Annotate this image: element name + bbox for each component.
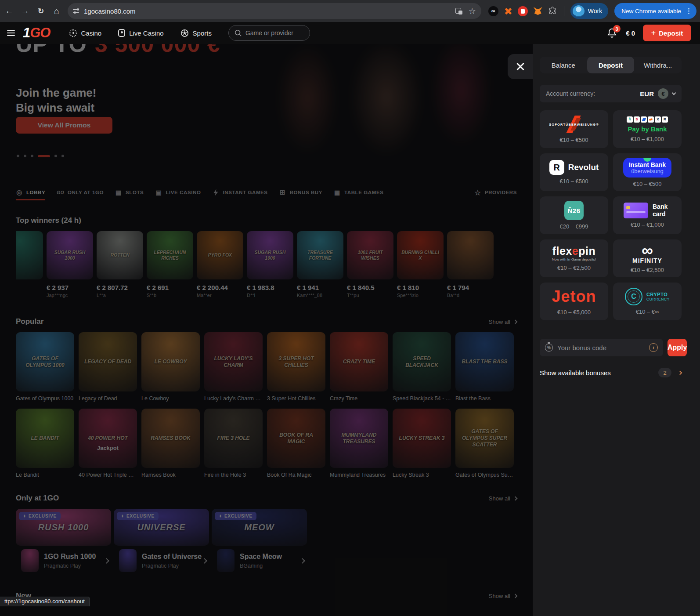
payment-method-n26[interactable]: N̄26 €20 – €999 — [540, 196, 608, 234]
tab-withdraw[interactable]: Withdra... — [634, 57, 682, 73]
crypto-logo-icon: C — [625, 288, 642, 305]
close-icon — [516, 62, 525, 71]
revolut-logo-icon: R — [549, 160, 564, 175]
plus-icon: + — [651, 29, 656, 38]
bonus-code-input[interactable]: % i — [540, 339, 663, 356]
translate-icon[interactable] — [455, 8, 462, 14]
extensions-puzzle-icon[interactable] — [548, 6, 558, 16]
extension-loop-icon[interactable]: ∞ — [488, 6, 498, 16]
bonus-code-field[interactable] — [557, 344, 645, 351]
chevron-right-icon — [678, 370, 682, 375]
url-text[interactable]: 1gocasino80.com — [84, 7, 455, 15]
profile-button[interactable]: Work — [570, 3, 608, 19]
site-logo[interactable]: 1GO — [23, 25, 50, 41]
browser-forward-icon[interactable] — [18, 4, 32, 18]
main-content: UP TO3 500 000 € Join the game! Big wins… — [0, 44, 533, 616]
site-settings-icon[interactable] — [73, 8, 79, 14]
currency-code: EUR — [640, 90, 654, 98]
search-icon — [234, 29, 242, 37]
profile-label: Work — [588, 7, 602, 14]
apply-button[interactable]: Apply — [668, 339, 687, 356]
tab-deposit[interactable]: Deposit — [587, 57, 635, 73]
close-panel-button[interactable] — [508, 54, 533, 79]
notification-count-badge: 3 — [613, 25, 621, 33]
sports-ball-icon — [180, 29, 189, 37]
toolbar-divider — [564, 6, 564, 16]
profile-avatar — [573, 5, 585, 17]
bank-logo-icon — [648, 116, 654, 123]
bank-card-icon — [624, 203, 648, 218]
bonus-count-badge: 2 — [658, 368, 671, 377]
show-available-bonuses[interactable]: Show available bonuses 2 — [540, 368, 682, 377]
extensions-row: ∞ — [488, 6, 558, 16]
browser-home-icon[interactable] — [50, 4, 63, 18]
bank-logo-icon — [641, 116, 647, 123]
game-search[interactable] — [228, 25, 310, 41]
payment-method-instant-bank[interactable]: Instant Bank überweisung €10 – €500 — [613, 153, 682, 191]
chrome-update-label: New Chrome available — [621, 8, 681, 14]
wallet-panel: Balance Deposit Withdra... Account curre… — [533, 44, 700, 616]
payment-methods-grid: SOFORTÜBERWEISUNG® €10 – €500 N̄ S X R P… — [540, 110, 682, 320]
payment-method-crypto[interactable]: C CRYPTOCURRENCY €10 – €∞ — [613, 283, 682, 320]
balance-amount[interactable]: € 0 — [626, 29, 635, 37]
address-bar[interactable]: 1gocasino80.com — [68, 3, 481, 19]
adblock-hand-icon[interactable] — [518, 6, 528, 16]
casino-chip-icon — [69, 29, 77, 37]
chrome-update-button[interactable]: New Chrome available — [614, 3, 696, 19]
browser-reload-icon[interactable] — [34, 4, 47, 18]
nav-item-casino[interactable]: Casino — [69, 29, 101, 37]
main-nav: Casino Live Casino Sports — [69, 29, 211, 37]
euro-icon: € — [658, 88, 668, 99]
payment-method-sofort[interactable]: SOFORTÜBERWEISUNG® €10 – €500 — [540, 110, 608, 148]
bonus-code-row: % i Apply — [540, 339, 682, 356]
search-input[interactable] — [245, 29, 298, 36]
nav-item-sports[interactable]: Sports — [180, 29, 212, 37]
site-header: 1GO Casino Live Casino Sports 3 € 0 + De… — [0, 22, 700, 44]
instant-bank-logo: Instant Bank überweisung — [623, 158, 671, 178]
infinity-icon: ∞ — [642, 243, 653, 257]
browser-back-icon[interactable] — [3, 4, 16, 18]
bookmark-star-icon[interactable] — [469, 6, 476, 16]
payment-method-mifinity[interactable]: ∞ MiFINITY €10 – €2,500 — [613, 239, 682, 277]
browser-menu-icon[interactable] — [686, 7, 692, 15]
bank-logos-icons: N̄ S X R — [627, 116, 668, 123]
account-currency-selector[interactable]: Account currency: EUR € — [540, 85, 682, 102]
wallet-tabs: Balance Deposit Withdra... — [540, 57, 682, 73]
chevron-down-icon — [672, 91, 676, 95]
live-casino-icon — [118, 29, 125, 37]
bonus-bag-icon: % — [545, 344, 553, 351]
notifications-button[interactable]: 3 — [606, 27, 618, 39]
metamask-fox-icon[interactable] — [534, 7, 542, 15]
payment-method-jeton[interactable]: Jeton €10 – €5,000 — [540, 283, 608, 320]
payment-method-bank-card[interactable]: Bank card €10 – €1,000 — [613, 196, 682, 234]
payment-method-flexepin[interactable]: flexepin Now with In-Game deposits! €10 … — [540, 239, 608, 277]
dim-overlay — [0, 44, 533, 616]
payment-method-revolut[interactable]: R Revolut €10 – €500 — [540, 153, 608, 191]
status-bar-link: ttps://1gocasino80.com/cashout — [0, 597, 90, 606]
extension-orange-icon[interactable] — [504, 7, 512, 15]
n26-logo-icon: N̄26 — [564, 201, 584, 220]
info-icon[interactable]: i — [649, 343, 658, 352]
tab-balance[interactable]: Balance — [540, 57, 587, 73]
nav-item-live-casino[interactable]: Live Casino — [118, 29, 163, 37]
header-right: 3 € 0 + Deposit — [606, 25, 691, 41]
browser-toolbar: 1gocasino80.com ∞ Work New Chrome availa… — [0, 0, 700, 22]
hamburger-menu-icon[interactable] — [7, 30, 17, 36]
payment-method-pay-by-bank[interactable]: N̄ S X R Pay by Bank €10 – €1,000 — [613, 110, 682, 148]
deposit-button[interactable]: + Deposit — [643, 25, 691, 41]
